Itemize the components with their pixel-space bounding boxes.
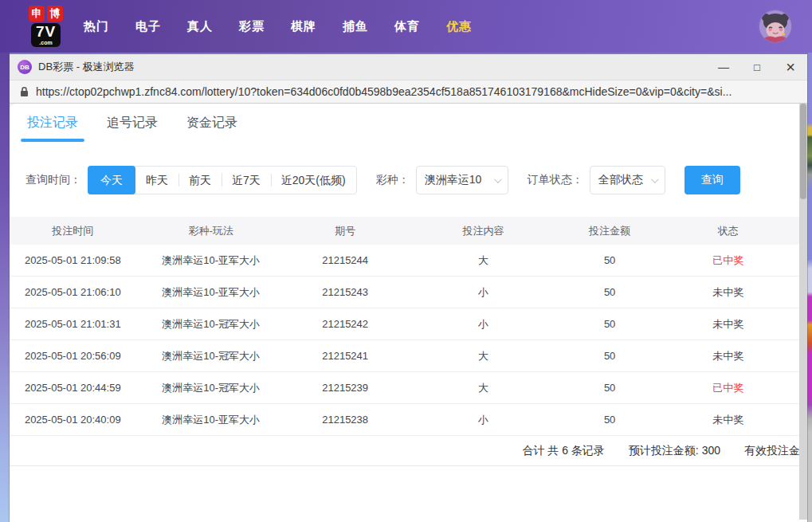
status-badge: 未中奖 xyxy=(657,317,799,332)
cell-issue: 21215243 xyxy=(286,286,405,298)
background-page-right-strip xyxy=(807,53,812,522)
nav-item-cards[interactable]: 棋牌 xyxy=(291,19,316,34)
lottery-select-value: 澳洲幸运10 xyxy=(425,173,482,187)
table-header: 投注时间 彩种-玩法 期号 投注内容 投注金额 状态 xyxy=(10,217,799,245)
scrollbar-thumb[interactable] xyxy=(800,104,806,199)
order-status-filter: 订单状态： 全部状态 xyxy=(528,166,665,194)
logo-text: 7V xyxy=(36,24,56,39)
nav-item-sports[interactable]: 体育 xyxy=(394,19,420,34)
time-option-today[interactable]: 今天 xyxy=(88,166,135,194)
table-row[interactable]: 2025-05-01 21:09:58 澳洲幸运10-亚军大小 21215244… xyxy=(10,245,799,277)
lottery-filter: 彩种： 澳洲幸运10 xyxy=(376,166,508,194)
time-option-last-20-days[interactable]: 近20天(低频) xyxy=(271,167,356,194)
browser-titlebar[interactable]: DB DB彩票 - 极速浏览器 — □ × xyxy=(10,53,807,80)
table-row[interactable]: 2025-05-01 20:56:09 澳洲幸运10-冠军大小 21215241… xyxy=(10,340,799,372)
tab-fund-records-label: 资金记录 xyxy=(186,116,237,129)
cell-game-play: 澳洲幸运10-冠军大小 xyxy=(136,349,286,363)
tab-fund-records[interactable]: 资金记录 xyxy=(186,115,237,142)
logo-subtext: .com xyxy=(39,40,52,45)
time-range-group: 今天 昨天 前天 近7天 近20天(低频) xyxy=(88,166,357,194)
close-icon[interactable]: × xyxy=(774,54,807,80)
cell-issue: 21215238 xyxy=(286,414,405,426)
cell-issue: 21215239 xyxy=(286,382,405,394)
cell-game-play: 澳洲幸运10-冠军大小 xyxy=(136,317,286,332)
cell-bet-time: 2025-05-01 20:40:09 xyxy=(10,414,136,426)
time-option-yesterday[interactable]: 昨天 xyxy=(135,167,178,194)
table-row[interactable]: 2025-05-01 21:06:10 澳洲幸运10-亚军大小 21215243… xyxy=(10,277,799,308)
cell-bet-content: 小 xyxy=(404,413,562,427)
page-viewport: 投注记录 追号记录 资金记录 查询时间： 今天 xyxy=(10,104,807,520)
summary-total-count: 合计 共 6 条记录 xyxy=(522,444,604,458)
col-game-play: 彩种-玩法 xyxy=(136,224,286,238)
chevron-down-icon xyxy=(494,175,502,183)
logo-badges: 申 博 xyxy=(29,6,63,22)
user-avatar[interactable] xyxy=(759,10,791,42)
cell-bet-amount: 50 xyxy=(563,254,657,266)
cell-bet-content: 大 xyxy=(404,349,562,363)
time-option-day-before[interactable]: 前天 xyxy=(178,167,222,194)
order-status-label: 订单状态： xyxy=(528,173,583,187)
screen: 申 博 7V .com 热门 电子 真人 彩票 棋牌 捕鱼 体育 优惠 xyxy=(0,0,812,522)
time-filter: 查询时间： 今天 昨天 前天 近7天 近20天(低频) xyxy=(25,166,357,194)
summary-valid-bet: 有效投注金 xyxy=(744,444,800,458)
table-row[interactable]: 2025-05-01 20:40:09 澳洲幸运10-亚军大小 21215238… xyxy=(10,404,799,436)
nav-item-promos[interactable]: 优惠 xyxy=(446,19,472,34)
cell-bet-amount: 50 xyxy=(563,286,657,298)
vertical-scrollbar[interactable] xyxy=(799,104,807,520)
tab-chase-records[interactable]: 追号记录 xyxy=(107,115,158,142)
table-row[interactable]: 2025-05-01 20:44:59 澳洲幸运10-冠军大小 21215239… xyxy=(10,372,799,404)
col-bet-amount: 投注金额 xyxy=(563,224,657,238)
bet-records-table: 投注时间 彩种-玩法 期号 投注内容 投注金额 状态 2025-05-01 21… xyxy=(10,217,799,466)
status-badge: 已中奖 xyxy=(657,381,799,395)
browser-window: DB DB彩票 - 极速浏览器 — □ × https://ctop02pchw… xyxy=(10,53,807,522)
background-page-left-strip xyxy=(0,53,10,522)
cell-bet-time: 2025-05-01 20:56:09 xyxy=(10,350,136,362)
col-bet-time: 投注时间 xyxy=(10,224,136,238)
cell-bet-amount: 50 xyxy=(563,350,657,362)
cell-bet-amount: 50 xyxy=(563,414,657,426)
order-status-value: 全部状态 xyxy=(598,173,643,187)
nav-item-fishing[interactable]: 捕鱼 xyxy=(343,19,368,34)
cell-game-play: 澳洲幸运10-冠军大小 xyxy=(136,381,286,395)
cell-game-play: 澳洲幸运10-亚军大小 xyxy=(136,285,286,300)
status-badge: 未中奖 xyxy=(657,413,799,427)
col-bet-content: 投注内容 xyxy=(404,224,562,238)
active-tab-underline xyxy=(21,139,84,142)
tab-bet-records-label: 投注记录 xyxy=(27,116,78,129)
site-logo[interactable]: 申 博 7V .com xyxy=(29,6,63,47)
nav-item-hot[interactable]: 热门 xyxy=(84,19,109,34)
lottery-filter-label: 彩种： xyxy=(376,173,410,187)
col-status: 状态 xyxy=(657,224,799,238)
cell-bet-amount: 50 xyxy=(563,382,657,394)
table-row[interactable]: 2025-05-01 21:01:31 澳洲幸运10-冠军大小 21215242… xyxy=(10,308,799,340)
chevron-down-icon xyxy=(651,175,659,183)
order-status-select[interactable]: 全部状态 xyxy=(590,166,665,194)
nav-item-lottery[interactable]: 彩票 xyxy=(239,19,265,34)
cell-bet-time: 2025-05-01 21:09:58 xyxy=(10,254,136,266)
cell-game-play: 澳洲幸运10-亚军大小 xyxy=(136,413,286,427)
url-text[interactable]: https://ctop02pchwp1.zfnc84.com/lottery/… xyxy=(36,85,801,98)
status-badge: 未中奖 xyxy=(657,349,799,363)
page-content: 投注记录 追号记录 资金记录 查询时间： 今天 xyxy=(10,104,799,520)
cell-issue: 21215242 xyxy=(286,318,405,330)
status-badge: 未中奖 xyxy=(657,285,799,300)
logo-wordmark: 7V .com xyxy=(31,23,61,47)
avatar-image xyxy=(759,10,791,42)
cell-bet-content: 大 xyxy=(404,381,562,395)
site-top-nav: 申 博 7V .com 热门 电子 真人 彩票 棋牌 捕鱼 体育 优惠 xyxy=(0,0,812,53)
time-option-last-7-days[interactable]: 近7天 xyxy=(222,167,271,194)
nav-item-slots[interactable]: 电子 xyxy=(135,19,161,34)
browser-urlbar[interactable]: https://ctop02pchwp1.zfnc84.com/lottery/… xyxy=(10,80,807,104)
lottery-select[interactable]: 澳洲幸运10 xyxy=(416,166,508,194)
nav-item-live[interactable]: 真人 xyxy=(187,19,213,34)
cell-bet-time: 2025-05-01 21:01:31 xyxy=(10,318,136,330)
col-issue: 期号 xyxy=(286,224,405,238)
summary-expected-bet: 预计投注金额: 300 xyxy=(629,444,720,458)
lock-icon xyxy=(20,86,29,97)
minimize-icon[interactable]: — xyxy=(707,54,740,80)
search-button[interactable]: 查询 xyxy=(685,166,740,194)
maximize-icon[interactable]: □ xyxy=(740,54,774,80)
cell-bet-content: 大 xyxy=(404,253,562,268)
cell-bet-amount: 50 xyxy=(563,318,657,330)
tab-bet-records[interactable]: 投注记录 xyxy=(27,115,78,142)
